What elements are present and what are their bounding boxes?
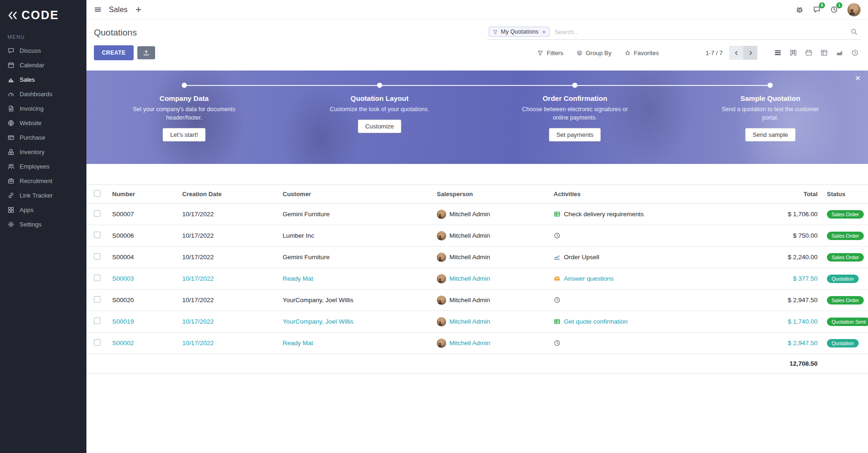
clock-icon[interactable]: [554, 232, 561, 239]
chevron-right-icon: [747, 50, 754, 56]
add-tab-icon[interactable]: [135, 6, 142, 14]
column-header-customer[interactable]: Customer: [278, 185, 432, 204]
sidebar-item-settings[interactable]: Settings: [0, 217, 86, 232]
view-graph-button[interactable]: [836, 49, 843, 57]
debug-icon[interactable]: [796, 6, 804, 14]
hamburger-menu-icon[interactable]: [94, 6, 102, 14]
search-icon[interactable]: [850, 28, 858, 35]
set-payments-button[interactable]: Set payments: [549, 128, 601, 142]
view-calendar-button[interactable]: [805, 49, 812, 57]
person-icon: [437, 298, 446, 305]
onboarding-steps: Company DataSet your company's data for …: [86, 71, 868, 164]
cell-number: S00002: [107, 333, 178, 354]
row-checkbox[interactable]: [94, 275, 100, 281]
remove-facet-icon[interactable]: ×: [541, 29, 546, 35]
cell-salesperson: Mitchell Admin: [432, 225, 549, 247]
status-badge: Sales Order: [827, 253, 864, 262]
step-description: Customize the look of your quotations.: [330, 105, 429, 113]
customize-button[interactable]: Customize: [358, 120, 401, 133]
grid-icon[interactable]: [554, 318, 561, 325]
send-sample-button[interactable]: Send sample: [745, 128, 796, 142]
grid-icon[interactable]: [554, 211, 561, 218]
step-description: Set your company's data for documents he…: [129, 105, 239, 122]
cell-total: $ 2,240.00: [736, 247, 822, 268]
pager-next-button[interactable]: [743, 46, 757, 60]
view-pivot-button[interactable]: [820, 49, 828, 57]
salesperson-avatar: [437, 317, 446, 326]
row-checkbox[interactable]: [94, 318, 100, 324]
row-checkbox[interactable]: [94, 232, 100, 238]
row-checkbox[interactable]: [94, 253, 100, 260]
sidebar-item-employees[interactable]: Employees: [0, 159, 86, 174]
row-checkbox[interactable]: [94, 339, 100, 346]
view-list-button[interactable]: [774, 49, 782, 57]
close-icon[interactable]: ×: [855, 73, 861, 83]
cell-creation-date: 10/17/2022: [178, 225, 278, 247]
row-checkbox[interactable]: [94, 210, 100, 217]
row-checkbox[interactable]: [94, 296, 100, 303]
cell-creation-date: 10/17/2022: [178, 268, 278, 290]
person-icon: [847, 7, 861, 16]
salesperson-avatar: [437, 210, 446, 219]
sidebar-item-calendar[interactable]: Calendar: [0, 58, 86, 72]
brand[interactable]: CODE: [0, 0, 86, 28]
sidebar-item-label: Dashboards: [20, 91, 52, 98]
let-s-start-button[interactable]: Let's start!: [163, 128, 206, 142]
table-row[interactable]: S0000410/17/2022Gemini FurnitureMitchell…: [86, 247, 868, 268]
sidebar-item-label: Calendar: [20, 62, 44, 69]
sidebar-item-website[interactable]: Website: [0, 116, 86, 130]
messages-button[interactable]: 5: [813, 6, 821, 14]
group-by-button[interactable]: Group By: [576, 50, 612, 57]
clock-icon[interactable]: [554, 297, 561, 304]
table-row[interactable]: S0002010/17/2022YourCompany, Joel Willis…: [86, 290, 868, 311]
chart-icon[interactable]: [554, 254, 561, 261]
current-app-name[interactable]: Sales: [109, 6, 128, 14]
sidebar-item-apps[interactable]: Apps: [0, 203, 86, 217]
table-row[interactable]: S0000610/17/2022Lumber IncMitchell Admin…: [86, 225, 868, 247]
envelope-icon[interactable]: [554, 275, 561, 282]
user-avatar[interactable]: [847, 3, 861, 16]
table-row[interactable]: S0000210/17/2022Ready MatMitchell Admin$…: [86, 333, 868, 354]
onboarding-step: Quotation LayoutCustomize the look of yo…: [282, 83, 477, 164]
clock-icon[interactable]: [554, 340, 561, 347]
table-row[interactable]: S0000310/17/2022Ready MatMitchell AdminA…: [86, 268, 868, 290]
sidebar-item-discuss[interactable]: Discuss: [0, 43, 86, 58]
view-kanban-button[interactable]: [790, 49, 797, 57]
favorites-button[interactable]: Favorites: [625, 50, 659, 57]
export-button[interactable]: [137, 46, 155, 59]
sidebar-item-inventory[interactable]: Inventory: [0, 145, 86, 159]
step-description: Send a quotation to test the customer po…: [715, 105, 825, 122]
sidebar-item-recruitment[interactable]: Recruitment: [0, 174, 86, 188]
sidebar-item-invoicing[interactable]: Invoicing: [0, 101, 86, 116]
cell-total: $ 750.00: [736, 225, 822, 247]
table-row[interactable]: S0000710/17/2022Gemini FurnitureMitchell…: [86, 204, 868, 225]
onboarding-step: Order ConfirmationChoose between electro…: [477, 83, 673, 164]
cell-creation-date: 10/17/2022: [178, 204, 278, 225]
sidebar-item-link-tracker[interactable]: Link Tracker: [0, 188, 86, 203]
select-all-checkbox[interactable]: [94, 190, 100, 197]
column-header-number[interactable]: Number: [107, 185, 178, 204]
column-header-activities[interactable]: Activities: [549, 185, 736, 204]
column-header-status[interactable]: Status: [822, 185, 868, 204]
chevron-left-icon: [733, 50, 740, 56]
search-facet[interactable]: My Quotations ×: [489, 27, 550, 37]
step-dot: [377, 83, 382, 88]
activities-button[interactable]: 1: [830, 6, 838, 14]
salesperson-name: Mitchell Admin: [449, 232, 490, 239]
view-activity-button[interactable]: [851, 49, 859, 57]
table-row[interactable]: S0001910/17/2022YourCompany, Joel Willis…: [86, 311, 868, 333]
column-header-total[interactable]: Total: [736, 185, 822, 204]
column-header-creation-date[interactable]: Creation Date: [178, 185, 278, 204]
sidebar-item-label: Inventory: [20, 149, 44, 156]
sidebar-item-purchase[interactable]: Purchase: [0, 130, 86, 145]
create-button[interactable]: CREATE: [94, 45, 134, 60]
cell-activities: Check delivery requirements: [549, 204, 736, 225]
sidebar-item-dashboards[interactable]: Dashboards: [0, 87, 86, 101]
sidebar-item-sales[interactable]: Sales: [0, 72, 86, 87]
search-input[interactable]: [554, 28, 847, 36]
column-header-salesperson[interactable]: Salesperson: [432, 185, 549, 204]
step-title: Company Data: [160, 94, 209, 102]
filters-button[interactable]: Filters: [537, 50, 563, 57]
pager-previous-button[interactable]: [729, 46, 743, 60]
cell-salesperson: Mitchell Admin: [432, 311, 549, 333]
